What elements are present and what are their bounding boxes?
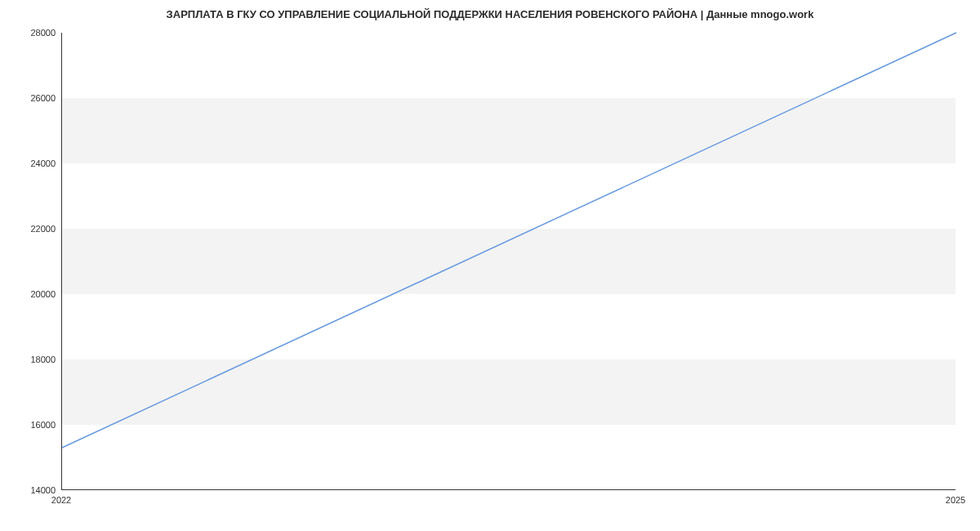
line-layer <box>62 33 956 489</box>
y-tick-label: 16000 <box>7 420 56 430</box>
y-tick-label: 20000 <box>7 289 56 299</box>
y-tick-label: 26000 <box>7 93 56 103</box>
y-tick-label: 22000 <box>7 224 56 234</box>
chart-title: ЗАРПЛАТА В ГКУ СО УПРАВЛЕНИЕ СОЦИАЛЬНОЙ … <box>0 8 980 20</box>
y-tick-label: 28000 <box>7 28 56 38</box>
y-tick-label: 14000 <box>7 485 56 495</box>
plot-area <box>61 33 956 490</box>
series-line <box>62 33 956 448</box>
chart-container: ЗАРПЛАТА В ГКУ СО УПРАВЛЕНИЕ СОЦИАЛЬНОЙ … <box>0 0 980 531</box>
x-tick-label: 2022 <box>51 495 71 505</box>
y-tick-label: 18000 <box>7 355 56 364</box>
x-tick-label: 2025 <box>946 495 965 505</box>
y-tick-label: 24000 <box>7 158 56 168</box>
